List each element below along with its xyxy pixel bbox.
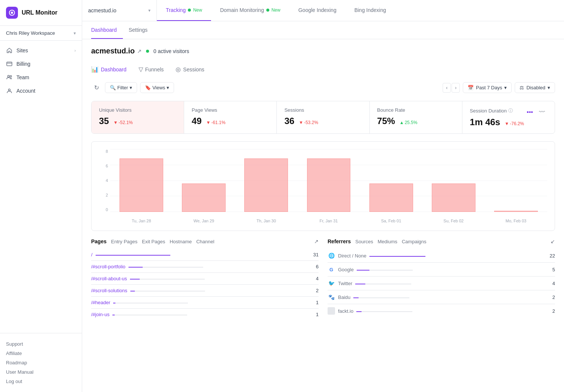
stat-label: Session Duration ⓘ [470, 108, 513, 114]
stat-value-row: 75% ▲ 25.5% [377, 116, 455, 126]
account-icon [6, 87, 13, 94]
stat-value: 75% [377, 116, 395, 126]
x-label: Sa, Feb 01 [360, 219, 422, 223]
site-title: acmestud.io ↗ [91, 47, 142, 55]
filter-bar-left: ↻ 🔍 Filter ▾ 🔖 Views ▾ [91, 82, 440, 93]
expand-icon[interactable]: ↗ [314, 238, 319, 244]
referrers-table-header: Referrers Sources Mediums Campaigns ↙ [328, 238, 555, 244]
table-cell-count: 31 [313, 252, 319, 257]
new-dot [188, 9, 191, 12]
stat-card-bounce-rate[interactable]: Bounce Rate 75% ▲ 25.5% [370, 101, 462, 133]
stat-value: 1m 46s [470, 117, 500, 127]
referrers-tab-campaigns[interactable]: Campaigns [402, 239, 427, 244]
expand-icon[interactable]: ↙ [551, 238, 555, 244]
chevron-down-icon: ▾ [548, 85, 550, 90]
y-label: 4 [99, 178, 108, 183]
svg-point-6 [9, 89, 10, 91]
y-label: 2 [99, 193, 108, 197]
refresh-button[interactable]: ↻ [91, 82, 102, 93]
svg-rect-2 [7, 62, 12, 66]
analytics-tab-dashboard[interactable]: 📊 Dashboard [91, 63, 133, 76]
line-chart-button[interactable]: 〰 [537, 107, 547, 117]
footer-link-user-manual[interactable]: User Manual [6, 367, 76, 377]
bottom-tables: Pages Entry Pages Exit Pages Hostname Ch… [91, 238, 555, 320]
baidu-icon: 🐾 [328, 293, 335, 301]
table-cell-path: / [91, 252, 170, 257]
table-cell-referrer: 🐾 Baidu [328, 293, 409, 301]
stat-card-session-duration[interactable]: Session Duration ⓘ ▪▪▪ 〰 1m 46s ▼ -76.2% [462, 101, 555, 133]
referrers-table-body: 🌐 Direct / None 22 G Google 5 [328, 249, 555, 318]
external-link-icon[interactable]: ↗ [137, 48, 142, 54]
referrers-tab-mediums[interactable]: Mediums [378, 239, 397, 244]
app-logo: URL Monitor [0, 0, 82, 26]
chart-bar [432, 183, 475, 212]
table-cell-referrer: 🐦 Twitter [328, 280, 411, 287]
stat-card-sessions[interactable]: Sessions 36 ▼ -53.2% [277, 101, 369, 133]
new-badge: New [272, 7, 281, 13]
x-label: Tu, Jan 28 [110, 219, 173, 223]
analytics-tab-sessions[interactable]: ◎ Sessions [170, 63, 210, 76]
filter-bar: ↻ 🔍 Filter ▾ 🔖 Views ▾ ‹ › 📅 [91, 82, 555, 93]
footer-link-support[interactable]: Support [6, 339, 76, 349]
sidebar-footer: Support Affiliate Roadmap User Manual Lo… [0, 333, 82, 392]
chart-bar [244, 158, 288, 212]
bar-chart-button[interactable]: ▪▪▪ [524, 107, 535, 117]
footer-link-roadmap[interactable]: Roadmap [6, 358, 76, 367]
tab-domain-monitoring[interactable]: Domain Monitoring New [211, 0, 289, 21]
sidebar: URL Monitor Chris Riley Workspace ▾ Site… [0, 0, 82, 392]
workspace-name: Chris Riley Workspace [6, 30, 55, 36]
sessions-icon: ◎ [176, 66, 181, 73]
pages-tab-hostname[interactable]: Hostname [170, 239, 192, 244]
tab-tracking[interactable]: Tracking New [157, 0, 211, 21]
sidebar-item-account[interactable]: Account [0, 84, 82, 98]
site-selector[interactable]: acmestud.io ▾ [82, 0, 157, 21]
analytics-tab-label: Sessions [183, 67, 204, 72]
workspace-selector[interactable]: Chris Riley Workspace ▾ [0, 26, 82, 41]
tab-bing-indexing[interactable]: Bing Indexing [345, 0, 395, 21]
bookmark-icon: 🔖 [145, 85, 151, 90]
chevron-down-icon: ▾ [148, 8, 151, 13]
stat-value: 35 [99, 116, 109, 126]
pages-tab-channel[interactable]: Channel [196, 239, 214, 244]
pages-tab-entry[interactable]: Entry Pages [111, 239, 137, 244]
sidebar-item-label: Account [16, 88, 35, 94]
stat-label: Sessions [284, 107, 362, 113]
table-cell-count: 1 [316, 300, 319, 305]
sidebar-item-sites[interactable]: Sites › [0, 44, 82, 57]
table-cell-referrer: fackt.io [328, 307, 412, 315]
sub-tab-settings[interactable]: Settings [123, 21, 154, 39]
table-cell-count: 4 [316, 276, 319, 281]
table-row: /#scroll-portfolio 6 [91, 261, 319, 273]
referrers-table-title: Referrers [328, 238, 351, 244]
bar-group [110, 149, 173, 212]
chart-bar [494, 211, 538, 212]
sub-tab-label: Dashboard [91, 27, 117, 33]
prev-period-button[interactable]: ‹ [443, 83, 451, 93]
filter-button[interactable]: 🔍 Filter ▾ [105, 82, 137, 93]
table-row: fackt.io 2 [328, 304, 555, 318]
stat-label: Bounce Rate [377, 107, 455, 113]
tab-google-indexing[interactable]: Google Indexing [289, 0, 345, 21]
next-period-button[interactable]: › [452, 83, 460, 93]
stat-card-page-views[interactable]: Page Views 49 ▼ -61.1% [184, 101, 277, 133]
tab-label: Domain Monitoring [220, 7, 264, 13]
sub-tab-dashboard[interactable]: Dashboard [91, 21, 123, 39]
stat-card-unique-visitors[interactable]: Unique Visitors 35 ▼ -52.1% [92, 101, 184, 133]
stat-change: ▲ 25.5% [400, 120, 418, 125]
views-button[interactable]: 🔖 Views ▾ [140, 82, 174, 93]
table-cell-referrer: 🌐 Direct / None [328, 252, 425, 259]
analytics-tab-funnels[interactable]: ▽ Funnels [133, 63, 170, 76]
footer-link-affiliate[interactable]: Affiliate [6, 349, 76, 358]
stat-label: Page Views [192, 107, 269, 113]
referrers-section: Referrers Sources Mediums Campaigns ↙ 🌐 … [328, 238, 555, 320]
disabled-button[interactable]: ⚖ Disabled ▾ [515, 82, 555, 93]
referrers-tab-sources[interactable]: Sources [355, 239, 373, 244]
stat-value-row: 35 ▼ -52.1% [99, 116, 176, 126]
sidebar-item-billing[interactable]: Billing [0, 57, 82, 71]
sidebar-item-team[interactable]: Team [0, 71, 82, 84]
pages-tab-exit[interactable]: Exit Pages [142, 239, 165, 244]
table-cell-path: /#join-us [91, 312, 187, 317]
active-visitors-count: 0 active visitors [154, 48, 189, 54]
date-range-button[interactable]: 📅 Past 7 Days ▾ [463, 82, 512, 93]
footer-link-logout[interactable]: Log out [6, 377, 76, 386]
